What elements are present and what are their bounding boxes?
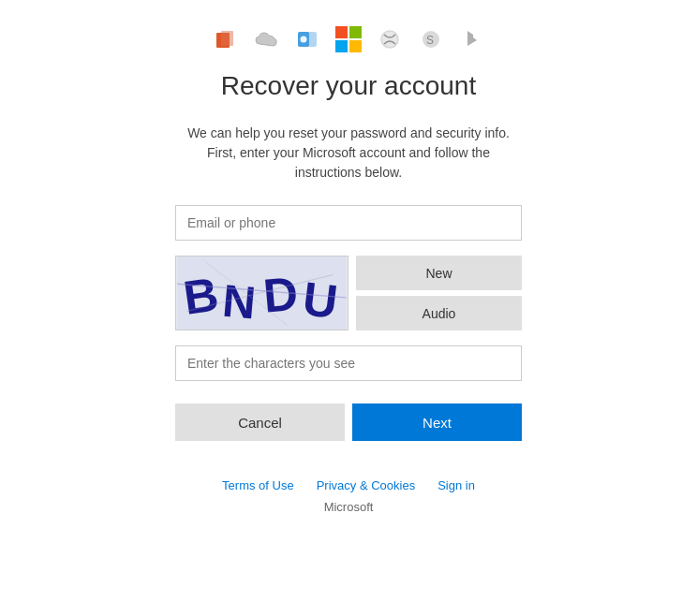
svg-text:B: B <box>180 267 223 325</box>
captcha-input[interactable] <box>175 345 522 381</box>
action-buttons: Cancel Next <box>175 403 522 441</box>
captcha-image: B N D U <box>175 256 348 330</box>
top-icons-bar: S <box>212 26 485 52</box>
svg-text:U: U <box>300 271 342 329</box>
xbox-icon <box>377 26 403 52</box>
footer-brand: Microsoft <box>324 500 374 514</box>
cancel-button[interactable]: Cancel <box>175 403 345 441</box>
audio-captcha-button[interactable]: Audio <box>356 296 522 330</box>
microsoft-logo-icon <box>335 26 362 52</box>
page-title: Recover your account <box>221 71 476 101</box>
signin-link[interactable]: Sign in <box>437 478 475 492</box>
bing-icon <box>459 26 485 52</box>
new-captcha-button[interactable]: New <box>356 256 522 290</box>
privacy-link[interactable]: Privacy & Cookies <box>317 478 415 492</box>
page-description: We can help you reset your password and … <box>175 124 522 183</box>
captcha-buttons: New Audio <box>356 256 522 330</box>
skype-icon: S <box>418 26 444 52</box>
captcha-section: B N D U New Audio <box>175 256 522 330</box>
outlook-icon <box>294 26 320 52</box>
svg-text:S: S <box>426 34 434 47</box>
terms-link[interactable]: Terms of Use <box>222 478 294 492</box>
svg-point-4 <box>301 37 307 43</box>
email-input[interactable] <box>175 205 522 241</box>
svg-point-5 <box>381 31 398 48</box>
office-icon <box>212 26 238 52</box>
svg-rect-1 <box>221 31 233 46</box>
onedrive-icon <box>253 26 279 52</box>
svg-text:D: D <box>261 267 302 323</box>
next-button[interactable]: Next <box>352 403 522 441</box>
footer-links: Terms of Use Privacy & Cookies Sign in <box>222 478 475 492</box>
